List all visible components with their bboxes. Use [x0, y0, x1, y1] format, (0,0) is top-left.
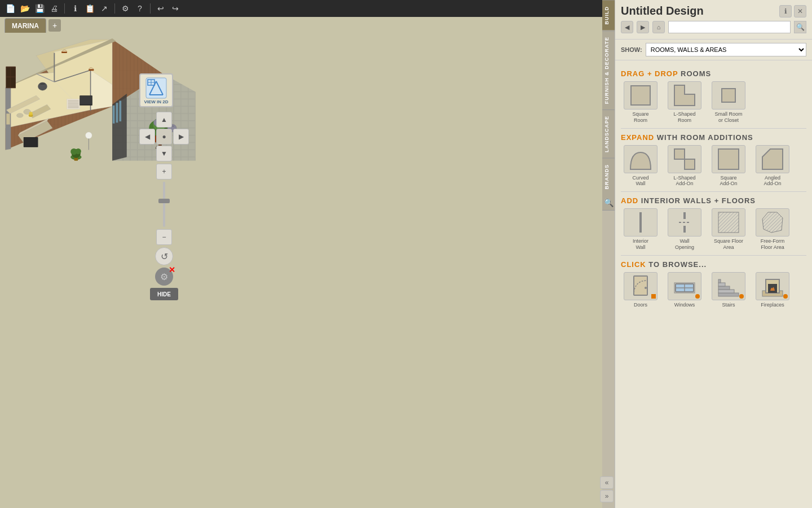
interior-highlight: ADD — [621, 196, 638, 205]
fireplaces-item[interactable]: Fireplaces — [753, 272, 792, 308]
redo-icon[interactable]: ↪ — [170, 3, 181, 14]
view2d-label: VIEW IN 2D — [144, 99, 168, 104]
show-label: SHOW: — [621, 46, 642, 53]
browse-normal: TO BROWSE... — [648, 260, 707, 269]
svg-rect-25 — [11, 67, 15, 76]
collapse-up-button[interactable]: « — [600, 476, 614, 489]
wall-opening-item[interactable]: WallOpening — [665, 208, 704, 251]
small-room-icon — [712, 81, 745, 110]
svg-rect-81 — [683, 212, 686, 219]
panel-forward-button[interactable]: ▶ — [637, 21, 649, 33]
svg-point-67 — [29, 112, 32, 115]
windows-icon — [668, 272, 701, 300]
square-addon-item[interactable]: SquareAdd-On — [709, 145, 748, 187]
search-side-icon[interactable]: 🔍 — [602, 195, 615, 211]
marina-tab[interactable]: MARINA — [5, 18, 46, 33]
divider-2 — [621, 191, 806, 192]
svg-rect-54 — [68, 106, 78, 108]
info-panel-button[interactable]: ℹ — [779, 5, 792, 17]
canvas-area[interactable]: VIEW IN 2D ▲ ◀ ● ▶ ▼ + − ↺ — [0, 34, 197, 508]
landscape-tab[interactable]: LANDSCAPE — [602, 110, 615, 158]
l-shaped-room-item[interactable]: L-ShapedRoom — [665, 81, 704, 124]
zoom-in-button[interactable]: + — [156, 164, 172, 179]
angled-addon-item[interactable]: AngledAdd-On — [753, 145, 792, 187]
square-room-item[interactable]: SquareRoom — [621, 81, 660, 124]
pan-down-button[interactable]: ▼ — [156, 146, 172, 161]
interior-wall-item[interactable]: InteriorWall — [621, 208, 660, 251]
svg-rect-78 — [718, 149, 739, 169]
right-panel: Untitled Design ℹ ✕ ◀ ▶ ⌂ 🔍 SHOW: ROOMS,… — [615, 0, 812, 508]
pan-right-button[interactable]: ▶ — [173, 129, 189, 144]
svg-point-87 — [645, 287, 647, 289]
close-panel-button[interactable]: ✕ — [794, 5, 806, 17]
settings-icon[interactable]: ⚙ — [120, 3, 131, 14]
section-title-drag-drop: DRAG + DROP ROOMS — [621, 69, 806, 78]
svg-rect-76 — [722, 89, 735, 102]
curved-wall-label: CurvedWall — [632, 175, 648, 187]
build-tab[interactable]: BUILD — [602, 0, 615, 30]
section-title-browse: CLICK TO BROWSE... — [621, 260, 806, 269]
doors-item[interactable]: Doors — [621, 272, 660, 308]
info-icon[interactable]: ℹ — [69, 3, 81, 14]
hide-button[interactable]: HIDE — [150, 288, 178, 300]
square-floor-label: Square FloorArea — [714, 238, 743, 251]
l-shaped-room-label: L-ShapedRoom — [673, 111, 695, 124]
zoom-bar[interactable] — [163, 182, 165, 227]
collapse-down-button[interactable]: » — [600, 490, 614, 502]
small-room-item[interactable]: Small Roomor Closet — [709, 81, 748, 124]
l-shaped-addon-icon — [668, 145, 701, 173]
svg-rect-80 — [639, 212, 642, 233]
panel-back-button[interactable]: ◀ — [621, 21, 633, 33]
zoom-out-button[interactable]: − — [156, 229, 172, 245]
add-tab-button[interactable]: + — [48, 19, 61, 32]
svg-rect-26 — [6, 77, 10, 87]
svg-rect-64 — [40, 83, 45, 85]
panel-search-input[interactable] — [668, 21, 791, 33]
svg-marker-85 — [762, 212, 783, 233]
browse-items: Doors Windows — [621, 272, 806, 308]
print-icon[interactable]: 🖨 — [48, 3, 60, 14]
direction-controls: ▲ ◀ ● ▶ ▼ — [139, 112, 189, 161]
help-icon[interactable]: ? — [134, 3, 145, 14]
pan-center-button[interactable]: ● — [156, 129, 172, 144]
svg-rect-16 — [119, 100, 121, 121]
settings-button[interactable]: ⚙ ✕ — [155, 268, 173, 286]
windows-item[interactable]: Windows — [665, 272, 704, 308]
svg-marker-29 — [6, 113, 10, 124]
stairs-label: Stairs — [722, 302, 735, 308]
panel-home-button[interactable]: ⌂ — [652, 21, 665, 33]
curved-wall-icon — [624, 145, 657, 173]
l-shaped-room-icon — [668, 81, 701, 110]
pan-left-button[interactable]: ◀ — [139, 129, 155, 144]
stairs-icon — [712, 272, 745, 300]
panel-search-button[interactable]: 🔍 — [794, 21, 806, 33]
toolbar-separator-3 — [150, 3, 151, 14]
freeform-floor-item[interactable]: Free-FormFloor Area — [753, 208, 792, 251]
drag-drop-highlight: DRAG + DROP — [621, 69, 678, 78]
svg-rect-84 — [718, 212, 739, 233]
pan-up-button[interactable]: ▲ — [156, 112, 172, 128]
square-floor-item[interactable]: Square FloorArea — [709, 208, 748, 251]
show-row: SHOW: ROOMS, WALLS & AREAS — [615, 40, 812, 60]
interior-wall-icon — [624, 208, 657, 237]
zoom-handle[interactable] — [158, 199, 170, 203]
collapse-buttons: « » — [600, 476, 614, 502]
svg-rect-96 — [718, 279, 721, 283]
template-icon[interactable]: 📋 — [84, 3, 95, 14]
brands-tab[interactable]: BRANDS — [602, 158, 615, 195]
l-shaped-addon-item[interactable]: L-ShapedAdd-On — [665, 145, 704, 187]
furnish-tab[interactable]: FURNISH & DECORATE — [602, 30, 615, 110]
undo-icon[interactable]: ↩ — [155, 3, 166, 14]
panel-header: Untitled Design ℹ ✕ ◀ ▶ ⌂ 🔍 — [615, 0, 812, 40]
new-file-icon[interactable]: 📄 — [5, 3, 16, 14]
show-select[interactable]: ROOMS, WALLS & AREAS — [646, 43, 806, 56]
curved-wall-item[interactable]: CurvedWall — [621, 145, 660, 187]
stairs-item[interactable]: Stairs — [709, 272, 748, 308]
export-icon[interactable]: ↗ — [99, 3, 110, 14]
svg-rect-27 — [11, 77, 15, 87]
reset-view-button[interactable]: ↺ — [155, 247, 173, 265]
save-icon[interactable]: 💾 — [34, 3, 45, 14]
svg-rect-62 — [24, 138, 37, 146]
view-2d-button[interactable]: VIEW IN 2D — [139, 73, 173, 107]
open-file-icon[interactable]: 📂 — [19, 3, 30, 14]
